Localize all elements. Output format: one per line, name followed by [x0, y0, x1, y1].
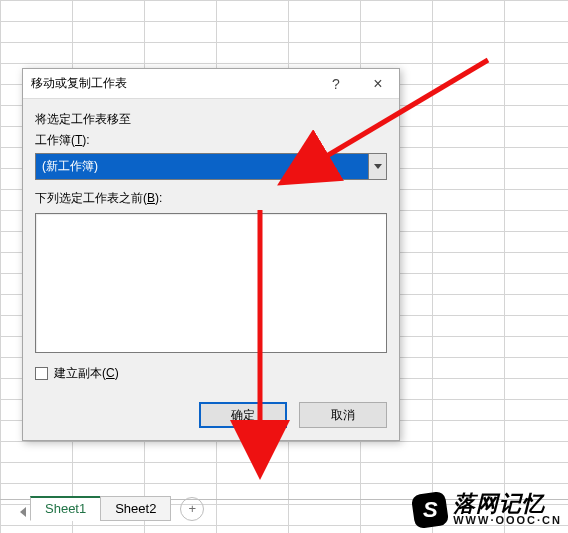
workbook-label: 工作簿(T):: [35, 132, 387, 149]
add-sheet-button[interactable]: +: [180, 497, 204, 521]
sheet-tab-sheet1[interactable]: Sheet1: [30, 496, 101, 521]
dialog-title: 移动或复制工作表: [23, 75, 315, 92]
sheet-tab-sheet2[interactable]: Sheet2: [100, 496, 171, 521]
close-button[interactable]: ×: [357, 69, 399, 99]
ok-button[interactable]: 确定: [199, 402, 287, 428]
svg-marker-0: [374, 164, 382, 169]
dialog-content: 将选定工作表移至 工作簿(T): (新工作簿) 下列选定工作表之前(B): 建立…: [23, 99, 399, 440]
chevron-down-icon: [374, 164, 382, 169]
create-copy-label: 建立副本(C): [54, 365, 119, 382]
title-bar: 移动或复制工作表 ? ×: [23, 69, 399, 99]
help-icon: ?: [332, 76, 340, 92]
workbook-selected: (新工作簿): [36, 154, 368, 179]
sheet-tabs: Sheet1 Sheet2 +: [30, 496, 204, 521]
plus-icon: +: [189, 501, 197, 516]
before-sheet-listbox[interactable]: [35, 213, 387, 353]
combobox-dropdown-button[interactable]: [368, 154, 386, 179]
create-copy-row[interactable]: 建立副本(C): [35, 365, 387, 382]
before-sheet-label: 下列选定工作表之前(B):: [35, 190, 387, 207]
move-copy-dialog: 移动或复制工作表 ? × 将选定工作表移至 工作簿(T): (新工作簿) 下列选…: [22, 68, 400, 441]
cancel-button[interactable]: 取消: [299, 402, 387, 428]
dialog-buttons: 确定 取消: [35, 402, 387, 428]
move-to-label: 将选定工作表移至: [35, 111, 387, 128]
close-icon: ×: [373, 75, 382, 93]
help-button[interactable]: ?: [315, 69, 357, 99]
workbook-combobox[interactable]: (新工作簿): [35, 153, 387, 180]
create-copy-checkbox[interactable]: [35, 367, 48, 380]
tabbar-nav-prev-icon[interactable]: [20, 507, 26, 517]
